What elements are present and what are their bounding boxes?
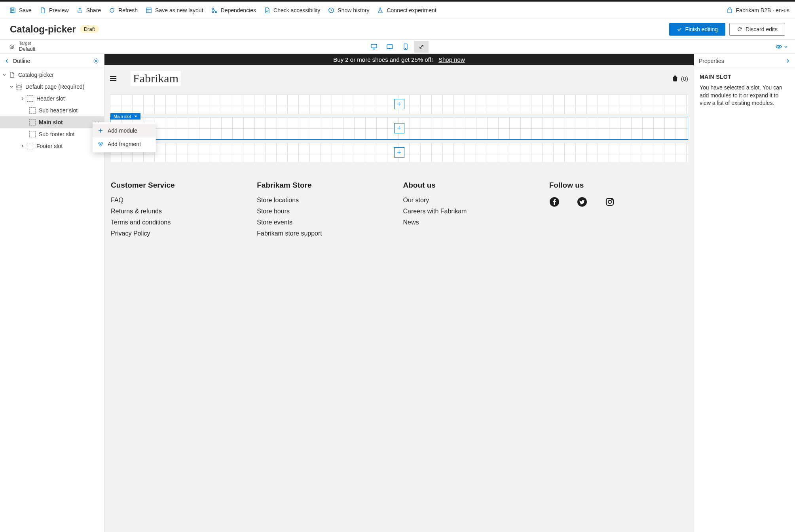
add-plus-icon[interactable]: + bbox=[394, 123, 404, 133]
tree-slot-subfooter[interactable]: Sub footer slot bbox=[0, 128, 104, 140]
tree-slot-label: Sub footer slot bbox=[39, 131, 74, 137]
dropzone-subfooter[interactable]: + bbox=[110, 143, 688, 162]
footer-link[interactable]: Our story bbox=[403, 197, 541, 204]
zone-label[interactable]: Main slot bbox=[110, 113, 140, 120]
status-badge: Draft bbox=[80, 25, 99, 33]
footer-link[interactable]: Store events bbox=[257, 219, 395, 226]
tree-page[interactable]: Default page (Required) bbox=[0, 81, 104, 93]
hamburger-icon[interactable] bbox=[110, 74, 119, 83]
preview-dropdown[interactable] bbox=[775, 43, 788, 50]
page-icon bbox=[40, 7, 46, 13]
save-icon bbox=[9, 7, 16, 13]
page-icon bbox=[9, 72, 15, 78]
promo-link[interactable]: Shop now bbox=[438, 56, 465, 63]
cart-count: (0) bbox=[681, 75, 688, 82]
experiment-label: Connect experiment bbox=[387, 7, 436, 13]
save-button[interactable]: Save bbox=[6, 2, 36, 19]
dropzone-subheader[interactable]: + bbox=[110, 95, 688, 114]
svg-point-8 bbox=[212, 11, 214, 13]
svg-rect-2 bbox=[11, 11, 14, 13]
svg-point-6 bbox=[212, 8, 214, 10]
target-selector[interactable]: Target Default bbox=[9, 41, 35, 52]
tree-slot-header[interactable]: Header slot bbox=[0, 93, 104, 104]
outline-header: Outline bbox=[0, 54, 104, 68]
share-label: Share bbox=[86, 7, 101, 13]
svg-point-7 bbox=[215, 11, 217, 13]
tree-slot-label: Sub header slot bbox=[39, 107, 78, 114]
eye-icon bbox=[775, 43, 782, 50]
svg-rect-1 bbox=[11, 8, 14, 10]
slot-icon bbox=[29, 131, 36, 137]
footer-link[interactable]: Store hours bbox=[257, 208, 395, 215]
dependencies-button[interactable]: Dependencies bbox=[207, 2, 260, 19]
svg-point-17 bbox=[405, 48, 406, 49]
dropzone-main[interactable]: Main slot + bbox=[110, 117, 688, 140]
add-plus-icon[interactable]: + bbox=[394, 99, 404, 109]
device-mobile-button[interactable] bbox=[398, 41, 413, 53]
svg-point-28 bbox=[608, 200, 611, 203]
chevron-right-icon bbox=[21, 144, 25, 148]
instagram-icon[interactable] bbox=[605, 197, 615, 207]
finish-editing-button[interactable]: Finish editing bbox=[669, 23, 726, 36]
preview-label: Preview bbox=[49, 7, 69, 13]
context-add-module[interactable]: Add module bbox=[93, 124, 156, 137]
svg-rect-21 bbox=[18, 86, 20, 88]
footer-link[interactable]: FAQ bbox=[111, 197, 249, 204]
footer-heading: Fabrikam Store bbox=[257, 181, 395, 190]
site-footer: Customer Service FAQ Returns & refunds T… bbox=[104, 165, 694, 249]
footer-col-service: Customer Service FAQ Returns & refunds T… bbox=[111, 181, 249, 241]
save-layout-button[interactable]: Save as new layout bbox=[142, 2, 207, 19]
dependencies-icon bbox=[211, 7, 218, 13]
svg-rect-0 bbox=[10, 8, 15, 13]
share-button[interactable]: Share bbox=[73, 2, 105, 19]
history-button[interactable]: Show history bbox=[324, 2, 373, 19]
experiment-button[interactable]: Connect experiment bbox=[373, 2, 440, 19]
preview-button[interactable]: Preview bbox=[36, 2, 73, 19]
brand-logo[interactable]: Fabrikam bbox=[131, 71, 181, 86]
tree-root[interactable]: Catalog-picker bbox=[0, 69, 104, 81]
history-icon bbox=[328, 7, 334, 13]
footer-link[interactable]: Returns & refunds bbox=[111, 208, 249, 215]
undo-icon bbox=[737, 27, 742, 32]
history-label: Show history bbox=[338, 7, 369, 13]
bag-icon bbox=[672, 75, 679, 82]
tree-slot-main[interactable]: Main slot ··· bbox=[0, 116, 104, 128]
footer-link[interactable]: Fabrikam store support bbox=[257, 230, 395, 237]
chevron-right-icon[interactable] bbox=[786, 59, 790, 63]
store-selector[interactable]: Fabrikam B2B · en-us bbox=[727, 7, 789, 13]
facebook-icon[interactable] bbox=[549, 197, 560, 207]
cart-button[interactable]: (0) bbox=[672, 75, 688, 82]
device-desktop-button[interactable] bbox=[367, 41, 381, 53]
refresh-icon bbox=[109, 7, 115, 13]
discard-edits-button[interactable]: Discard edits bbox=[729, 23, 785, 36]
save-layout-label: Save as new layout bbox=[155, 7, 203, 13]
footer-link[interactable]: Store locations bbox=[257, 197, 395, 204]
svg-point-22 bbox=[99, 142, 100, 144]
outline-panel: Outline Catalog-picker Default page (Req… bbox=[0, 54, 104, 532]
add-plus-icon[interactable]: + bbox=[394, 147, 404, 158]
refresh-button[interactable]: Refresh bbox=[105, 2, 142, 19]
footer-link[interactable]: Terms and conditions bbox=[111, 219, 249, 226]
tree-slot-label: Footer slot bbox=[36, 143, 63, 149]
outline-title: Outline bbox=[13, 58, 93, 64]
context-add-fragment[interactable]: Add fragment bbox=[93, 137, 156, 151]
chevron-down-icon bbox=[784, 45, 788, 49]
tree-slot-footer[interactable]: Footer slot bbox=[0, 140, 104, 152]
svg-point-23 bbox=[101, 142, 102, 144]
device-expand-button[interactable] bbox=[414, 41, 429, 53]
chevron-left-icon[interactable] bbox=[5, 59, 9, 63]
layout-icon bbox=[146, 7, 152, 13]
tree-slot-label: Main slot bbox=[39, 119, 63, 125]
device-tablet-button[interactable] bbox=[383, 41, 397, 53]
footer-heading: Follow us bbox=[549, 181, 687, 190]
footer-link[interactable]: Privacy Policy bbox=[111, 230, 249, 237]
accessibility-button[interactable]: Check accessibility bbox=[260, 2, 324, 19]
twitter-icon[interactable] bbox=[577, 197, 587, 207]
flask-icon bbox=[377, 7, 383, 13]
gear-icon[interactable] bbox=[93, 58, 99, 64]
save-label: Save bbox=[19, 7, 32, 13]
finish-label: Finish editing bbox=[685, 26, 718, 32]
tree-slot-subheader[interactable]: Sub header slot bbox=[0, 104, 104, 116]
footer-link[interactable]: News bbox=[403, 219, 541, 226]
footer-link[interactable]: Careers with Fabrikam bbox=[403, 208, 541, 215]
